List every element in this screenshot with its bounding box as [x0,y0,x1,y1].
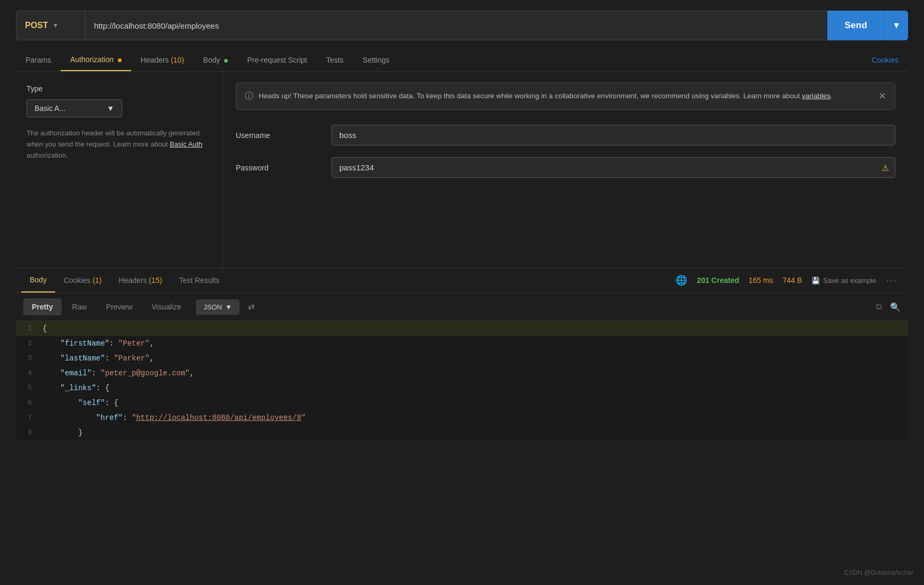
tab-params[interactable]: Params [16,49,61,71]
response-tab-test-results[interactable]: Test Results [170,269,228,292]
password-field-row: Password ⚠ [236,157,895,178]
method-chevron-icon: ▼ [53,22,59,29]
watermark: CSDN @GoldenaArcher [844,569,913,577]
tab-tests[interactable]: Tests [316,49,353,71]
url-bar: POST ▼ Send ▼ [16,11,908,40]
username-field-row: Username [236,125,895,145]
request-tabs-row: Params Authorization Headers (10) Body P… [16,49,908,72]
username-input-wrapper [331,125,895,145]
globe-icon: 🌐 [675,274,687,286]
code-line-8: 8 } [16,425,908,440]
type-dropdown-chevron-icon: ▼ [107,104,114,113]
type-label: Type [27,84,212,93]
code-line-5: 5 "_links": { [16,381,908,395]
tab-pre-request-script[interactable]: Pre-request Script [237,49,316,71]
filter-icon[interactable]: ⇄ [248,302,255,312]
password-warning-icon: ⚠ [882,162,889,173]
save-example-button[interactable]: 💾 Save as example [811,277,876,285]
more-options-button[interactable]: ⋯ [886,274,897,287]
save-icon: 💾 [811,277,820,285]
tab-body[interactable]: Body [194,49,238,71]
json-selector-chevron-icon: ▼ [225,303,232,311]
auth-description: The authorization header will be automat… [27,128,212,161]
tab-settings[interactable]: Settings [353,49,399,71]
warning-close-button[interactable]: ✕ [878,90,886,102]
code-content: 1 { 2 "firstName": "Peter", 3 "lastName"… [16,321,908,440]
code-line-7: 7 "href": "http://localhost:8080/api/emp… [16,410,908,425]
type-dropdown[interactable]: Basic A... ▼ [27,99,122,117]
status-badge: 201 Created [697,276,739,285]
main-container: POST ▼ Send ▼ Params Authorization Heade… [0,0,924,451]
url-input-wrapper [85,11,827,40]
response-time: 165 ms [749,276,773,285]
username-input[interactable] [331,125,895,145]
code-tab-visualize[interactable]: Visualize [143,298,190,315]
json-format-selector[interactable]: JSON ▼ [196,299,239,315]
tab-headers[interactable]: Headers (10) [131,49,194,71]
response-size: 744 B [783,276,802,285]
code-tabs-row: Pretty Raw Preview Visualize JSON ▼ ⇄ ⧉ … [16,293,908,321]
password-input[interactable] [331,157,895,178]
send-btn-group: Send ▼ [827,11,908,40]
auth-left-panel: Type Basic A... ▼ The authorization head… [16,72,223,268]
body-dot [224,59,228,63]
auth-panel: Type Basic A... ▼ The authorization head… [16,72,908,268]
url-input[interactable] [85,11,827,40]
auth-right-panel: ⓘ Heads up! These parameters hold sensit… [223,72,908,268]
type-dropdown-label: Basic A... [35,104,65,113]
response-section: Body Cookies (1) Headers (15) Test Resul… [16,268,908,440]
warning-banner: ⓘ Heads up! These parameters hold sensit… [236,82,895,110]
tab-cookies[interactable]: Cookies [862,49,908,71]
response-meta: 🌐 201 Created 165 ms 744 B 💾 Save as exa… [675,274,903,287]
tab-authorization[interactable]: Authorization [61,49,131,71]
code-tab-raw[interactable]: Raw [64,298,96,315]
code-line-4: 4 "email": "peter_p@google.com", [16,366,908,381]
code-line-3: 3 "lastName": "Parker", [16,351,908,366]
response-tab-cookies[interactable]: Cookies (1) [55,269,110,292]
code-line-1: 1 { [16,321,908,336]
response-tab-headers[interactable]: Headers (15) [110,269,171,292]
variables-link[interactable]: variables [802,92,831,100]
username-label: Username [236,131,331,140]
method-label: POST [25,21,48,30]
authorization-dot [118,58,122,62]
href-link[interactable]: http://localhost:8080/api/employees/8 [136,414,301,422]
method-selector[interactable]: POST ▼ [16,11,85,40]
code-tab-preview[interactable]: Preview [98,298,141,315]
code-line-6: 6 "self": { [16,395,908,410]
copy-icon[interactable]: ⧉ [876,302,882,312]
response-tab-body[interactable]: Body [21,268,55,292]
basic-auth-link[interactable]: Basic Auth [170,140,202,148]
response-tabs-row: Body Cookies (1) Headers (15) Test Resul… [16,268,908,293]
code-line-2: 2 "firstName": "Peter", [16,336,908,351]
password-input-wrapper: ⚠ [331,157,895,178]
info-icon: ⓘ [245,91,253,102]
search-icon[interactable]: 🔍 [890,302,901,312]
send-dropdown-button[interactable]: ▼ [884,11,908,40]
send-button[interactable]: Send [827,11,884,40]
code-tab-pretty[interactable]: Pretty [23,298,62,315]
password-label: Password [236,164,331,172]
warning-text: Heads up! These parameters hold sensitiv… [259,90,869,102]
